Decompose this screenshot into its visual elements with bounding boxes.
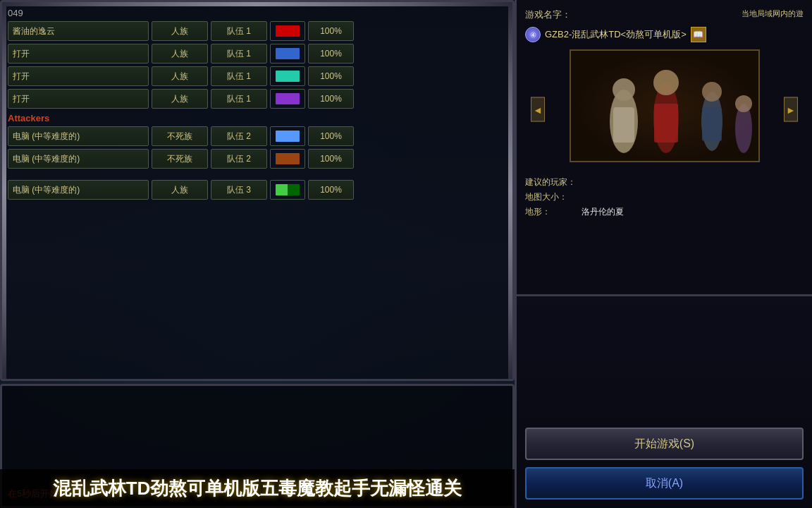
team-2[interactable]: 队伍 1 bbox=[211, 44, 267, 64]
terrain-label: 地形： bbox=[525, 206, 582, 218]
color-swatch-4 bbox=[276, 93, 300, 104]
attacker-color-swatch-1 bbox=[276, 131, 300, 142]
terrain-value: 洛丹伦的夏 bbox=[582, 206, 804, 218]
attacker-row-1: 电脑 (中等难度的) 不死族 队伍 2 100% bbox=[8, 126, 507, 146]
map-size-label: 地图大小： bbox=[525, 191, 582, 203]
team-3[interactable]: 队伍 1 bbox=[211, 66, 267, 86]
color-box-4[interactable] bbox=[270, 89, 305, 109]
book-icon[interactable]: 📖 bbox=[691, 27, 706, 42]
start-button[interactable]: 开始游戏(S) bbox=[525, 428, 804, 460]
player-name-2[interactable]: 打开 bbox=[8, 44, 149, 64]
map-preview-container: ◄ bbox=[525, 49, 804, 169]
other-player-row-1: 电脑 (中等难度的) 人族 队伍 3 100% bbox=[8, 180, 507, 200]
player-row-3: 打开 人族 队伍 1 100% bbox=[8, 66, 507, 86]
other-player-name-1[interactable]: 电脑 (中等难度的) bbox=[8, 180, 149, 200]
color-box-1[interactable] bbox=[270, 21, 305, 41]
handicap-2[interactable]: 100% bbox=[308, 44, 354, 64]
game-icon: ④ bbox=[525, 27, 541, 42]
attacker-row-2: 电脑 (中等难度的) 不死族 队伍 2 100% bbox=[8, 149, 507, 169]
terrain-row: 地形： 洛丹伦的夏 bbox=[525, 206, 804, 218]
handicap-1[interactable]: 100% bbox=[308, 21, 354, 41]
player-row-2: 打开 人族 队伍 1 100% bbox=[8, 44, 507, 64]
attacker-handicap-1[interactable]: 100% bbox=[308, 126, 354, 146]
team-1[interactable]: 队伍 1 bbox=[211, 21, 267, 41]
server-label: 当地局域网内的遊 bbox=[742, 8, 804, 19]
attacker-team-2[interactable]: 队伍 2 bbox=[211, 149, 267, 169]
attacker-name-2[interactable]: 电脑 (中等难度的) bbox=[8, 149, 149, 169]
left-panel: 049 酱油的逸云 人族 队伍 1 100% bbox=[0, 0, 515, 508]
attacker-race-2[interactable]: 不死族 bbox=[152, 149, 208, 169]
handicap-4[interactable]: 100% bbox=[308, 89, 354, 109]
other-handicap-1[interactable]: 100% bbox=[308, 180, 354, 200]
svg-rect-13 bbox=[571, 51, 760, 162]
game-name-row: ④ GZB2-混乱武林TD<劲熬可单机版> 📖 bbox=[525, 27, 804, 42]
attacker-team-1[interactable]: 队伍 2 bbox=[211, 126, 267, 146]
attacker-handicap-2[interactable]: 100% bbox=[308, 149, 354, 169]
game-title: GZB2-混乱武林TD<劲熬可单机版> bbox=[545, 28, 687, 41]
attacker-race-1[interactable]: 不死族 bbox=[152, 126, 208, 146]
race-1[interactable]: 人族 bbox=[152, 21, 208, 41]
other-color-box-1[interactable] bbox=[270, 180, 305, 200]
race-4[interactable]: 人族 bbox=[152, 89, 208, 109]
player-row-1: 酱油的逸云 人族 队伍 1 100% bbox=[8, 21, 507, 41]
attacker-color-swatch-2 bbox=[276, 153, 300, 164]
player-name-4[interactable]: 打开 bbox=[8, 89, 149, 109]
map-size-row: 地图大小： bbox=[525, 191, 804, 203]
handicap-3[interactable]: 100% bbox=[308, 66, 354, 86]
color-swatch-2 bbox=[276, 48, 300, 59]
attackers-label: Attackers bbox=[8, 113, 507, 123]
color-box-2[interactable] bbox=[270, 44, 305, 64]
map-size-value bbox=[582, 191, 804, 203]
recommended-players-label: 建议的玩家： bbox=[525, 176, 582, 188]
nav-arrow-right[interactable]: ► bbox=[784, 97, 798, 122]
player-name-1[interactable]: 酱油的逸云 bbox=[8, 21, 149, 41]
nav-arrow-left[interactable]: ◄ bbox=[531, 97, 545, 122]
race-2[interactable]: 人族 bbox=[152, 44, 208, 64]
spacer bbox=[8, 171, 507, 180]
attacker-name-1[interactable]: 电脑 (中等难度的) bbox=[8, 126, 149, 146]
color-swatch-1 bbox=[276, 25, 300, 37]
color-swatch-3 bbox=[276, 71, 300, 82]
right-bottom-area: 开始游戏(S) 取消(A) bbox=[517, 296, 812, 508]
other-player-team-1[interactable]: 队伍 3 bbox=[211, 180, 267, 200]
race-3[interactable]: 人族 bbox=[152, 66, 208, 86]
team-4[interactable]: 队伍 1 bbox=[211, 89, 267, 109]
attacker-color-box-1[interactable] bbox=[270, 126, 305, 146]
subtitle-text: 混乱武林TD劲熬可单机版五毒魔教起手无漏怪通关 bbox=[53, 476, 462, 501]
player-name-3[interactable]: 打开 bbox=[8, 66, 149, 86]
recommended-players-row: 建议的玩家： bbox=[525, 176, 804, 188]
game-name-label: 游戏名字： bbox=[525, 8, 571, 21]
attacker-color-box-2[interactable] bbox=[270, 149, 305, 169]
player-list-area: 049 酱油的逸云 人族 队伍 1 100% bbox=[0, 0, 515, 381]
subtitle-bar: 混乱武林TD劲熬可单机版五毒魔教起手无漏怪通关 bbox=[0, 469, 515, 508]
slot-number: 049 bbox=[8, 8, 507, 18]
right-panel: 游戏名字： 当地局域网内的遊 ④ GZB2-混乱武林TD<劲熬可单机版> 📖 ◄ bbox=[515, 0, 812, 508]
map-preview bbox=[570, 49, 760, 162]
other-color-swatch-1 bbox=[276, 184, 300, 195]
game-info-area: 游戏名字： 当地局域网内的遊 ④ GZB2-混乱武林TD<劲熬可单机版> 📖 ◄ bbox=[517, 0, 812, 296]
cancel-button[interactable]: 取消(A) bbox=[525, 467, 804, 500]
game-info-header: 游戏名字： 当地局域网内的遊 bbox=[525, 8, 804, 21]
other-player-race-1[interactable]: 人族 bbox=[152, 180, 208, 200]
color-box-3[interactable] bbox=[270, 66, 305, 86]
recommended-players-value bbox=[582, 176, 804, 188]
player-row-4: 打开 人族 队伍 1 100% bbox=[8, 89, 507, 109]
